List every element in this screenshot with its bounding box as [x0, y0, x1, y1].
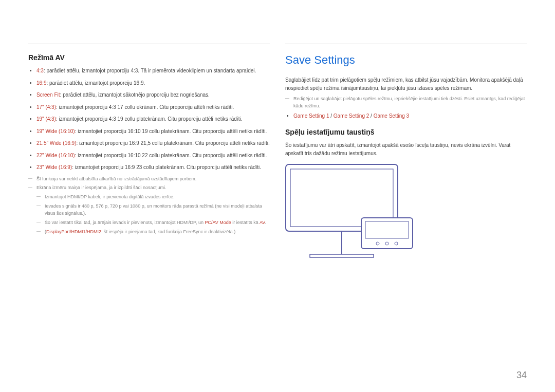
game-setting-2: Game Setting 2 [334, 113, 369, 119]
item-desc: : parādiet attēlu, izmantojot sākotnējo … [60, 92, 210, 98]
list-item: 22" Wide (16:10): izmantojiet proporciju… [28, 152, 270, 160]
av-mode-heading: Režīmā AV [28, 53, 270, 62]
item-desc: : izmantojiet proporciju 16:10 19 collu … [75, 128, 267, 134]
item-desc: : parādiet attēlu, izmantojot proporciju… [46, 80, 145, 86]
item-desc: : izmantojiet proporciju 16:10 22 collu … [75, 153, 267, 158]
item-label: 17" (4:3) [36, 104, 56, 110]
item-desc: : izmantojiet proporciju 16:9 21,5 collu… [76, 140, 269, 146]
item-label: Screen Fit [36, 92, 60, 98]
page-number: 34 [516, 370, 527, 381]
game-key-description: Šo iestatījumu var ātri apskatīt, izmant… [285, 141, 527, 158]
item-label: 23" Wide (16:9) [36, 164, 72, 170]
footnote: Izmantojot HDMI/DP kabeli, ir pievienota… [36, 194, 270, 201]
footnote: Ekrāna izmēru maiņa ir iespējama, ja ir … [28, 184, 270, 192]
item-label: 16:9 [36, 80, 46, 86]
game-setting-1: Game Setting 1 [293, 113, 329, 119]
item-label: 19" (4:3) [36, 116, 56, 122]
list-item: 19" (4:3): izmantojiet proporciju 4:3 19… [28, 115, 270, 123]
svg-rect-3 [310, 254, 374, 257]
footnote: Ievades signāls ir 480 p, 576 p, 720 p v… [36, 203, 270, 217]
list-item: 17" (4:3): izmantojiet proporciju 4:3 17… [28, 103, 270, 111]
save-settings-title: Save Settings [285, 53, 527, 67]
svg-rect-4 [361, 218, 413, 249]
item-label: 4:3 [36, 68, 44, 73]
list-item: 21.5" Wide (16:9): izmantojiet proporcij… [28, 139, 270, 147]
footnote: (DisplayPort/HDMI1/HDMI2: šī iespēja ir … [36, 229, 270, 236]
list-item: 19" Wide (16:10): izmantojiet proporciju… [28, 127, 270, 136]
game-key-heading: Spēļu iestatījumu taustiņš [285, 128, 527, 136]
game-settings-list: Game Setting 1 / Game Setting 2 / Game S… [285, 112, 527, 120]
monitor-illustration [285, 164, 527, 266]
list-item: Game Setting 1 / Game Setting 2 / Game S… [285, 112, 527, 120]
item-desc: : izmantojiet proporciju 4:3 17 collu ek… [56, 104, 234, 110]
av-mode-list: 4:3: parādiet attēlu, izmantojot proporc… [28, 67, 270, 172]
item-desc: : izmantojiet proporciju 16:9 23 collu p… [72, 164, 261, 170]
item-desc: : izmantojiet proporciju 4:3 19 collu pl… [56, 116, 242, 122]
item-label: 22" Wide (16:10) [36, 153, 75, 158]
footnote: Šī funkcija var netikt atbalstīta atkarī… [28, 176, 270, 183]
list-item: 4:3: parādiet attēlu, izmantojot proporc… [28, 67, 270, 75]
item-label: 19" Wide (16:10) [36, 128, 75, 134]
list-item: Screen Fit: parādiet attēlu, izmantojot … [28, 91, 270, 99]
list-item: 16:9: parādiet attēlu, izmantojot propor… [28, 79, 270, 87]
list-item: 23" Wide (16:9): izmantojiet proporciju … [28, 163, 270, 172]
save-settings-description: Saglabājiet līdz pat trim pielāgotiem sp… [285, 76, 527, 92]
footnote: Rediģējot un saglabājot pielāgotu spēles… [285, 96, 527, 110]
item-label: 21.5" Wide (16:9) [36, 140, 76, 146]
item-desc: : parādiet attēlu, izmantojot proporciju… [44, 68, 256, 73]
footnote: Šo var iestatīt tikai tad, ja ārējais ie… [36, 219, 270, 227]
game-setting-3: Game Setting 3 [374, 113, 409, 119]
